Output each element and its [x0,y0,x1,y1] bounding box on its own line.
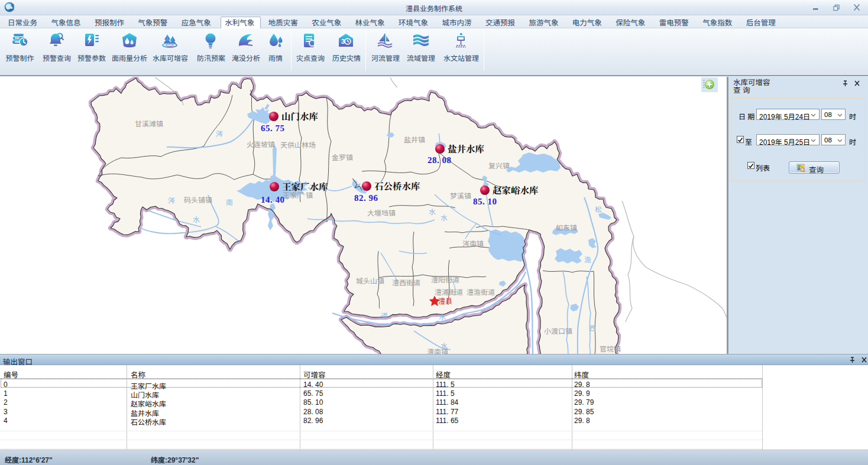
svg-text:水: 水 [441,214,448,222]
svg-text:水: 水 [439,313,446,321]
svg-text:复兴镇: 复兴镇 [488,162,510,170]
svg-text:涔: 涔 [216,130,223,138]
svg-text:小渡口镇: 小渡口镇 [544,327,572,336]
svg-text:65. 75: 65. 75 [261,123,285,133]
svg-text:盐井水库: 盐井水库 [448,142,485,155]
svg-text:水: 水 [429,208,436,216]
svg-text:澧阳街道: 澧阳街道 [431,276,459,284]
svg-text:火连坡镇: 火连坡镇 [247,141,275,149]
svg-text:澹: 澹 [584,256,591,264]
svg-text:码头铺镇: 码头铺镇 [184,196,212,204]
svg-text:南: 南 [226,199,233,207]
svg-text:官垸镇: 官垸镇 [600,345,621,353]
svg-text:澧县: 澧县 [438,297,452,305]
svg-text:甘溪滩镇: 甘溪滩镇 [135,120,163,128]
svg-text:水: 水 [193,216,200,224]
svg-text:王家厂 镇: 王家厂 镇 [283,191,313,200]
svg-text:85. 10: 85. 10 [473,197,497,206]
svg-text:澧浦街道: 澧浦街道 [435,288,463,297]
svg-text:山门水库: 山门水库 [281,109,319,122]
svg-text:天供山林场: 天供山林场 [280,141,316,149]
svg-text:赵家峪水库: 赵家峪水库 [493,183,539,196]
svg-text:28. 08: 28. 08 [427,155,452,165]
svg-text:石公桥水库: 石公桥水库 [374,179,420,192]
svg-text:水: 水 [441,342,448,350]
svg-text:松: 松 [595,206,602,214]
svg-text:西: 西 [589,324,596,333]
svg-text:盐井镇: 盐井镇 [404,136,425,144]
svg-text:道: 道 [381,312,388,320]
svg-text:14. 40: 14. 40 [261,195,285,204]
svg-text:梦溪镇: 梦溪镇 [450,192,471,200]
svg-text:82. 96: 82. 96 [354,193,378,203]
svg-text:城头山镇: 城头山镇 [356,277,384,285]
svg-text:金罗镇: 金罗镇 [332,154,353,162]
svg-text:大堰垱镇: 大堰垱镇 [367,209,396,217]
svg-text:澧澹街道: 澧澹街道 [467,288,495,297]
svg-text:涔南镇: 涔南镇 [462,240,484,248]
svg-text:如东镇: 如东镇 [556,224,577,232]
svg-text:王家厂水库: 王家厂水库 [282,180,328,193]
svg-text:澧西街道: 澧西街道 [392,279,420,287]
svg-text:涔: 涔 [168,197,175,205]
